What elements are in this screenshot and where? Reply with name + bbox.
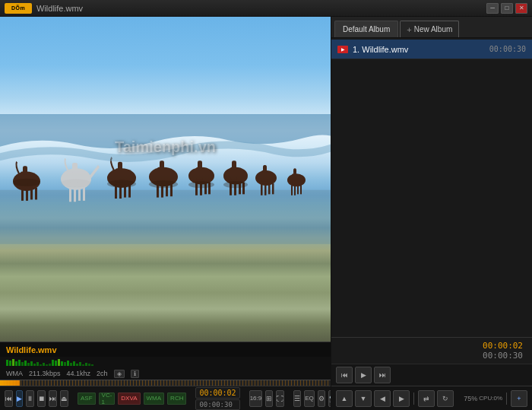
svg-point-62 — [223, 181, 248, 188]
aspect-button[interactable]: 16:9 — [249, 390, 263, 407]
eject-button[interactable]: ⏏ — [60, 390, 68, 407]
r-play-btn[interactable]: ▶ — [355, 367, 372, 383]
title-bar: DÕm Wildlife.wmv ─ □ ✕ — [0, 0, 532, 17]
playlist-tabs: Default Album + New Album — [331, 17, 532, 38]
repeat-button[interactable]: ↻ — [437, 390, 454, 407]
meter-9 — [30, 361, 33, 366]
meter-20 — [64, 362, 66, 366]
tab-new-album[interactable]: + New Album — [400, 21, 459, 37]
info-button[interactable]: ℹ — [131, 370, 139, 378]
right-controls: ▲ ▼ ◀ ▶ ⇄ ↻ 75% CPU:0% + — [331, 386, 532, 410]
ctrl-time-current: 00:00:02 — [195, 387, 239, 399]
playlist-content: ▶ 1. Wildlife.wmv 00:00:30 — [331, 38, 532, 337]
stop-button[interactable]: ⏹ — [37, 390, 46, 407]
video-area[interactable]: Taimienphi.vn — [0, 17, 331, 342]
svg-point-57 — [13, 179, 40, 186]
play-button[interactable]: ▶ — [16, 390, 23, 407]
samplerate: 44.1khz — [67, 370, 91, 377]
svg-rect-5 — [26, 188, 28, 201]
meter-22 — [70, 363, 72, 366]
svg-rect-12 — [74, 186, 76, 202]
meter-25 — [79, 362, 81, 366]
meter-26 — [82, 364, 84, 366]
meter-28 — [88, 364, 90, 366]
meter-8 — [27, 363, 30, 366]
tab-default-album[interactable]: Default Album — [334, 21, 398, 37]
audio-format: WMA — [6, 370, 23, 377]
r-next-btn[interactable]: ⏭ — [374, 367, 391, 383]
zoom-button[interactable]: ⊞ — [265, 390, 273, 407]
close-button[interactable]: ✕ — [515, 3, 527, 14]
list-item[interactable]: ▶ 1. Wildlife.wmv 00:00:30 — [331, 40, 532, 59]
svg-rect-4 — [21, 188, 24, 201]
svg-rect-48 — [268, 183, 271, 194]
svg-point-61 — [188, 181, 214, 188]
svg-rect-49 — [272, 183, 274, 194]
meter-12 — [40, 364, 42, 366]
maximize-button[interactable]: □ — [501, 3, 513, 14]
meter-16 — [52, 360, 54, 366]
meter-23 — [73, 361, 75, 366]
bitrate: 211.3kbps — [29, 370, 61, 377]
svg-rect-52 — [293, 168, 296, 175]
time-info-small: 75% CPU:0% — [464, 395, 502, 402]
control-bar: ⏮ ▶ ⏸ ⏹ ⏭ ⏏ ASF VC-1 DXVA WMA RCH 00:00:… — [0, 386, 331, 410]
svg-rect-11 — [69, 186, 71, 202]
svg-rect-7 — [35, 188, 37, 200]
window-title: Wildlife.wmv — [36, 4, 83, 13]
meter-13 — [43, 363, 45, 366]
tag-button[interactable]: ◈ — [114, 370, 125, 378]
seek-dots — [0, 380, 331, 386]
pause-button[interactable]: ⏸ — [26, 390, 34, 407]
minimize-button[interactable]: ─ — [486, 3, 499, 14]
next-button[interactable]: ⏭ — [49, 390, 57, 407]
svg-rect-51 — [292, 173, 297, 183]
video-panel: Taimienphi.vn Wildlife.wmv — [0, 17, 331, 410]
time-block: 00:00:02 00:00:30 — [195, 387, 239, 410]
total-time: 00:00:30 — [483, 351, 523, 361]
meter-19 — [61, 361, 63, 366]
shuffle-button[interactable]: ⇄ — [418, 390, 435, 407]
settings-button[interactable]: ⚙ — [318, 390, 325, 407]
playlist-toggle[interactable]: ☰ — [293, 390, 301, 407]
meter-17 — [55, 361, 57, 366]
playlist-panel: Default Album + New Album ▶ 1. Wildlife.… — [331, 17, 532, 410]
svg-rect-31 — [198, 161, 202, 169]
meter-1 — [6, 360, 8, 366]
level-meters — [6, 358, 93, 366]
info-bar: Wildlife.wmv — [0, 342, 331, 357]
meter-2 — [9, 361, 11, 366]
meter-7 — [24, 361, 27, 366]
channels: 2ch — [97, 370, 108, 377]
fullscreen-button[interactable]: ⛶ — [276, 390, 284, 407]
move-up-button[interactable]: ▲ — [336, 390, 353, 407]
svg-rect-17 — [118, 162, 122, 170]
move-right-button[interactable]: ▶ — [393, 390, 410, 407]
vc1-badge: VC-1 — [99, 393, 116, 405]
meter-3 — [12, 359, 14, 366]
meter-18 — [58, 359, 60, 366]
svg-rect-13 — [78, 186, 81, 201]
wma-badge: WMA — [144, 393, 165, 405]
rch-badge: RCH — [167, 393, 186, 405]
meter-27 — [85, 363, 87, 366]
spectrum-bar — [0, 357, 331, 367]
svg-point-58 — [61, 180, 91, 188]
eq-toggle[interactable]: EQ — [304, 390, 315, 407]
svg-rect-3 — [23, 166, 27, 174]
format-bar: WMA 211.3kbps 44.1khz 2ch ◈ ℹ — [0, 367, 331, 380]
r-prev-btn[interactable]: ⏮ — [336, 367, 353, 383]
prev-button[interactable]: ⏮ — [5, 390, 13, 407]
move-down-button[interactable]: ▼ — [355, 390, 372, 407]
meter-10 — [33, 364, 36, 366]
move-left-button[interactable]: ◀ — [374, 390, 391, 407]
svg-rect-54 — [294, 185, 296, 195]
meter-15 — [49, 364, 51, 366]
media-type-icon: ▶ — [337, 46, 348, 53]
meter-6 — [21, 362, 24, 366]
add-button[interactable]: + — [511, 390, 527, 407]
svg-rect-38 — [232, 161, 236, 169]
svg-rect-14 — [83, 186, 85, 201]
seek-bar[interactable] — [0, 380, 331, 386]
meter-14 — [46, 364, 48, 366]
